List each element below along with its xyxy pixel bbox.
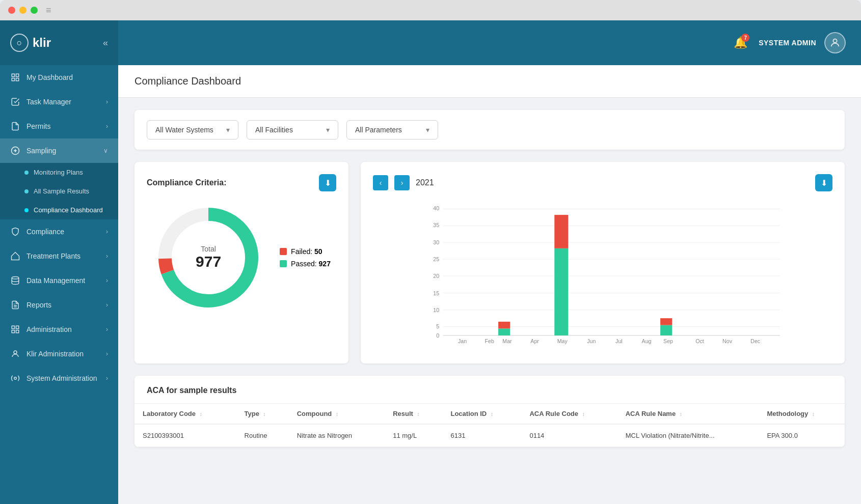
sidebar-item-treatment-plants[interactable]: Treatment Plants › — [0, 244, 118, 268]
col-lab-code: Laboratory Code ↕ — [134, 404, 236, 424]
permits-icon — [10, 121, 20, 131]
svg-point-13 — [14, 377, 17, 380]
sort-icon[interactable]: ↕ — [680, 411, 682, 417]
svg-text:10: 10 — [433, 307, 439, 313]
water-system-label: All Water Systems — [155, 126, 213, 134]
col-result: Result ↕ — [385, 404, 442, 424]
sort-icon[interactable]: ↕ — [263, 411, 266, 417]
svg-text:Apr: Apr — [530, 338, 539, 344]
reports-icon — [10, 300, 20, 310]
svg-text:Dec: Dec — [750, 338, 761, 344]
header-right: 🔔 7 SYSTEM ADMIN — [730, 32, 846, 53]
sidebar-item-all-sample-results[interactable]: All Sample Results — [0, 182, 118, 201]
sidebar-item-system-administration[interactable]: System Administration › — [0, 366, 118, 390]
svg-point-12 — [14, 351, 17, 354]
logo-area: ○ klir — [10, 34, 51, 52]
chart-prev-button[interactable]: ‹ — [373, 175, 388, 190]
cell-result: 11 mg/L — [385, 424, 442, 447]
sort-icon[interactable]: ↕ — [336, 411, 338, 417]
menu-icon: ≡ — [46, 5, 51, 16]
legend-failed: Failed: 50 — [280, 247, 331, 256]
svg-text:Jul: Jul — [615, 338, 623, 344]
system-admin-icon — [10, 373, 20, 383]
col-methodology: Methodology ↕ — [759, 404, 845, 424]
sidebar-item-data-management[interactable]: Data Management › — [0, 268, 118, 293]
sidebar-item-administration[interactable]: Administration › — [0, 317, 118, 342]
top-header: 🔔 7 SYSTEM ADMIN — [118, 20, 861, 65]
donut-total-label: Total — [196, 245, 221, 253]
chart-download-button[interactable]: ⬇ — [815, 174, 832, 191]
chevron-right-icon: › — [106, 375, 108, 382]
parameter-filter[interactable]: All Parameters ▾ — [346, 120, 438, 139]
facility-filter[interactable]: All Facilities ▾ — [247, 120, 338, 139]
cards-row: Compliance Criteria: ⬇ — [134, 162, 845, 363]
chevron-right-icon: › — [106, 123, 108, 130]
sidebar-item-permits[interactable]: Permits › — [0, 114, 118, 138]
svg-text:Aug: Aug — [642, 338, 652, 344]
sidebar-item-label-compliance: Compliance — [26, 228, 100, 236]
sidebar-item-label-reports: Reports — [26, 301, 100, 309]
sidebar: ○ klir « My Dashboard Task Manager › Per… — [0, 20, 118, 504]
treatment-icon — [10, 251, 20, 261]
cell-type: Routine — [236, 424, 289, 447]
sort-icon[interactable]: ↕ — [200, 411, 202, 417]
svg-text:Jan: Jan — [458, 338, 467, 344]
chevron-down-icon: ▾ — [426, 126, 429, 134]
sidebar-item-compliance[interactable]: Compliance › — [0, 219, 118, 244]
sidebar-item-reports[interactable]: Reports › — [0, 293, 118, 317]
tasks-icon — [10, 97, 20, 107]
chart-year: 2021 — [416, 178, 434, 187]
sidebar-subitem-label-compliance-dashboard: Compliance Dashboard — [34, 206, 103, 214]
close-button[interactable] — [8, 7, 15, 14]
cell-lab-code: S2100393001 — [134, 424, 236, 447]
donut-container: Total 977 Failed: 50 — [147, 202, 336, 314]
sidebar-item-klir-administration[interactable]: Klir Administration › — [0, 342, 118, 366]
svg-rect-3 — [16, 78, 19, 81]
sidebar-item-label-data-management: Data Management — [26, 276, 100, 285]
sidebar-item-compliance-dashboard[interactable]: Compliance Dashboard — [0, 201, 118, 219]
svg-rect-38 — [498, 328, 510, 335]
svg-rect-43 — [554, 215, 568, 248]
sidebar-item-task-manager[interactable]: Task Manager › — [0, 90, 118, 114]
svg-rect-0 — [12, 74, 14, 76]
chart-next-button[interactable]: › — [394, 175, 410, 190]
col-aca-rule-name: ACA Rule Name ↕ — [617, 404, 759, 424]
svg-rect-49 — [660, 318, 672, 325]
user-avatar[interactable] — [824, 32, 846, 53]
svg-rect-1 — [16, 74, 19, 76]
sort-icon[interactable]: ↕ — [491, 411, 493, 417]
bar-chart-area: 40 35 30 25 20 15 10 5 0 — [373, 202, 832, 351]
svg-text:40: 40 — [433, 205, 439, 211]
svg-text:Mar: Mar — [502, 338, 512, 344]
sidebar-item-sampling[interactable]: Sampling ∨ — [0, 138, 118, 163]
sort-icon[interactable]: ↕ — [582, 411, 585, 417]
passed-dot — [280, 260, 287, 267]
minimize-button[interactable] — [19, 7, 26, 14]
chart-header: ‹ › 2021 — [373, 175, 434, 190]
cell-compound: Nitrate as Nitrogen — [289, 424, 385, 447]
aca-results-table: Laboratory Code ↕ Type ↕ Compound ↕ — [134, 404, 845, 447]
svg-rect-2 — [12, 78, 14, 81]
legend-passed: Passed: 927 — [280, 260, 331, 268]
svg-text:25: 25 — [433, 256, 439, 262]
table-header-row: Laboratory Code ↕ Type ↕ Compound ↕ — [134, 404, 845, 424]
chevron-right-icon: › — [106, 98, 108, 105]
svg-text:0: 0 — [436, 332, 439, 339]
sort-icon[interactable]: ↕ — [812, 411, 815, 417]
svg-text:Nov: Nov — [722, 338, 733, 344]
sidebar-item-monitoring-plans[interactable]: Monitoring Plans — [0, 163, 118, 182]
sidebar-collapse-button[interactable]: « — [103, 38, 108, 48]
sort-icon[interactable]: ↕ — [417, 411, 420, 417]
notification-button[interactable]: 🔔 7 — [730, 33, 750, 53]
sidebar-item-my-dashboard[interactable]: My Dashboard — [0, 65, 118, 90]
sampling-submenu: Monitoring Plans All Sample Results Comp… — [0, 163, 118, 219]
user-name: SYSTEM ADMIN — [759, 39, 816, 47]
svg-rect-11 — [12, 330, 14, 333]
col-compound: Compound ↕ — [289, 404, 385, 424]
compliance-download-button[interactable]: ⬇ — [319, 174, 336, 191]
sidebar-subitem-label-all-sample-results: All Sample Results — [34, 187, 89, 195]
passed-legend-text: Passed: 927 — [291, 260, 331, 268]
maximize-button[interactable] — [31, 7, 38, 14]
water-system-filter[interactable]: All Water Systems ▾ — [147, 120, 238, 139]
bar-chart-card: ‹ › 2021 ⬇ 40 35 30 — [361, 162, 845, 363]
